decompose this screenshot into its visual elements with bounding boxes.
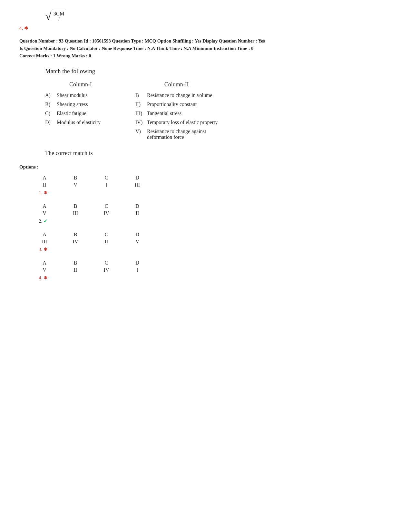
col2-label-5: V) <box>135 129 143 140</box>
top-item-number: 4. ✱ <box>19 25 392 31</box>
col1-row-c: C) Elastic fatigue <box>45 111 116 116</box>
col1-row-d: D) Modulus of elasticity <box>45 120 116 125</box>
fraction: 3GM l <box>52 10 66 23</box>
options-section: Options : A B C D II V I III 1. ✱ A B C … <box>19 164 392 281</box>
option4-header-c: C <box>101 260 112 266</box>
option4-val-b: II <box>70 267 81 273</box>
option3-header-row: A B C D <box>39 232 392 237</box>
option1-header-a: A <box>39 175 50 181</box>
correct-match-text: The correct match is <box>45 150 392 157</box>
option3-marker: ✱ <box>44 247 48 252</box>
option1-val-d: III <box>132 182 143 188</box>
option-block-3[interactable]: A B C D III IV II V 3. ✱ <box>39 232 392 252</box>
options-heading: Options : <box>19 164 392 170</box>
option2-header-c: C <box>101 203 112 209</box>
col1-label-b: B) <box>45 102 53 107</box>
option4-val-a: V <box>39 267 50 273</box>
col2-row-3: III) Tangential stress <box>135 111 218 116</box>
col2-label-1: I) <box>135 92 143 98</box>
option1-value-row: II V I III <box>39 182 392 188</box>
option2-marker: ✔ <box>44 218 48 224</box>
column2-header: Column-II <box>135 81 218 88</box>
top-asterisk: ✱ <box>24 25 28 31</box>
meta-line1: Question Number : 93 Question Id : 10561… <box>19 37 392 45</box>
option1-header-row: A B C D <box>39 175 392 181</box>
column-1: Column-I A) Shear modulus B) Shearing st… <box>45 81 116 143</box>
option1-header-c: C <box>101 175 112 181</box>
option3-val-b: IV <box>70 239 81 245</box>
option3-val-a: III <box>39 239 50 245</box>
col1-label-a: A) <box>45 92 53 98</box>
col2-row-1: I) Resistance to change in volume <box>135 92 218 98</box>
meta-line3: Correct Marks : 1 Wrong Marks : 0 <box>19 52 392 60</box>
option1-val-b: V <box>70 182 81 188</box>
column1-header: Column-I <box>45 81 116 88</box>
option3-value-row: III IV II V <box>39 239 392 245</box>
option2-header-b: B <box>70 203 81 209</box>
question-title: Match the following <box>45 68 392 75</box>
denominator: l <box>54 17 64 23</box>
option4-marker: ✱ <box>44 275 48 280</box>
col2-label-3: III) <box>135 111 143 116</box>
col2-text-2: Proportionality constant <box>147 102 197 107</box>
col2-row-5: V) Resistance to change againstdeformati… <box>135 129 218 140</box>
option2-value-row: V III IV II <box>39 210 392 216</box>
column-2: Column-II I) Resistance to change in vol… <box>135 81 218 143</box>
formula-section: √ 3GM l <box>19 10 392 23</box>
question-body: Match the following Column-I A) Shear mo… <box>45 68 392 157</box>
option2-number-line: 2. ✔ <box>39 218 392 224</box>
option-block-4[interactable]: A B C D V II IV I 4. ✱ <box>39 260 392 281</box>
option2-val-b: III <box>70 210 81 216</box>
numerator: 3GM <box>54 11 64 16</box>
col1-text-a: Shear modulus <box>57 92 88 98</box>
option-block-1[interactable]: A B C D II V I III 1. ✱ <box>39 175 392 196</box>
option4-header-row: A B C D <box>39 260 392 266</box>
col1-text-b: Shearing stress <box>57 102 88 107</box>
option3-header-b: B <box>70 232 81 237</box>
option4-val-d: I <box>132 267 143 273</box>
option3-val-d: V <box>132 239 143 245</box>
item-num-text: 4. <box>19 25 23 31</box>
option3-val-c: II <box>101 239 112 245</box>
option-block-2[interactable]: A B C D V III IV II 2. ✔ <box>39 203 392 224</box>
option2-val-c: IV <box>101 210 112 216</box>
option2-header-d: D <box>132 203 143 209</box>
option1-val-c: I <box>101 182 112 188</box>
option3-header-a: A <box>39 232 50 237</box>
columns-container: Column-I A) Shear modulus B) Shearing st… <box>45 81 392 143</box>
option4-header-b: B <box>70 260 81 266</box>
option2-header-row: A B C D <box>39 203 392 209</box>
col1-label-d: D) <box>45 120 53 125</box>
option4-num: 4. <box>39 275 42 280</box>
option1-val-a: II <box>39 182 50 188</box>
col2-text-4: Temporary loss of elastic property <box>147 120 218 125</box>
col2-label-4: IV) <box>135 120 143 125</box>
option2-val-d: II <box>132 210 143 216</box>
option4-val-c: IV <box>101 267 112 273</box>
col1-row-a: A) Shear modulus <box>45 92 116 98</box>
option1-header-d: D <box>132 175 143 181</box>
option2-val-a: V <box>39 210 50 216</box>
col1-text-c: Elastic fatigue <box>57 111 86 116</box>
option2-header-a: A <box>39 203 50 209</box>
option1-num: 1. <box>39 190 42 195</box>
sqrt-formula: √ 3GM l <box>45 10 66 23</box>
option1-header-b: B <box>70 175 81 181</box>
col2-text-1: Resistance to change in volume <box>147 92 212 98</box>
option4-value-row: V II IV I <box>39 267 392 273</box>
question-meta: Question Number : 93 Question Id : 10561… <box>19 37 392 60</box>
col2-text-5: Resistance to change againstdeformation … <box>147 129 206 140</box>
option3-header-d: D <box>132 232 143 237</box>
col2-row-4: IV) Temporary loss of elastic property <box>135 120 218 125</box>
option3-number-line: 3. ✱ <box>39 247 392 252</box>
col1-label-c: C) <box>45 111 53 116</box>
col1-text-d: Modulus of elasticity <box>57 120 101 125</box>
option4-header-d: D <box>132 260 143 266</box>
option1-marker: ✱ <box>44 190 48 195</box>
col1-row-b: B) Shearing stress <box>45 102 116 107</box>
col2-label-2: II) <box>135 102 143 107</box>
option4-header-a: A <box>39 260 50 266</box>
option3-num: 3. <box>39 247 42 252</box>
option4-number-line: 4. ✱ <box>39 275 392 281</box>
option1-number-line: 1. ✱ <box>39 190 392 196</box>
